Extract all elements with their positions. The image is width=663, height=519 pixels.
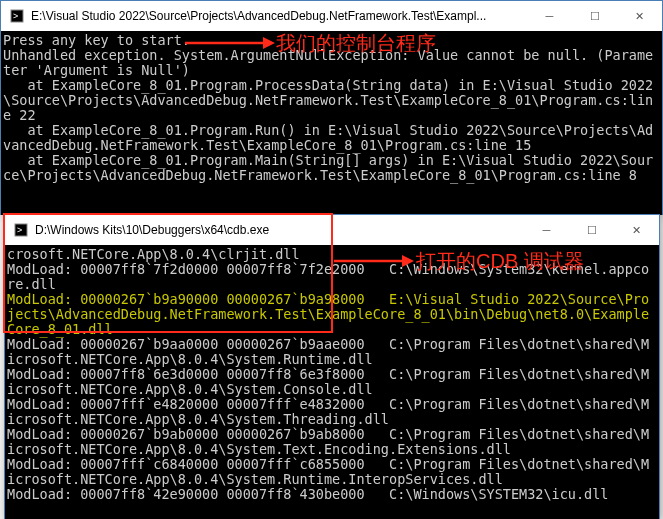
- console-line: ModLoad: 00000267`b9aa0000 00000267`b9aa…: [7, 336, 649, 367]
- svg-text:>: >: [17, 225, 22, 235]
- console-line: at ExampleCore_8_01.Program.Main(String[…: [3, 152, 653, 183]
- titlebar-1[interactable]: > E:\Visual Studio 2022\Source\Projects\…: [1, 1, 662, 31]
- maximize-button[interactable]: ☐: [572, 1, 617, 31]
- console-line: at ExampleCore_8_01.Program.ProcessData(…: [3, 77, 653, 123]
- console-line: ModLoad: 00007fff`e4820000 00007fff`e483…: [7, 396, 649, 427]
- console-line: ModLoad: 00000267`b9ab0000 00000267`b9ab…: [7, 426, 649, 457]
- window-controls-2: ─ ☐ ✕: [524, 215, 659, 245]
- title-text-1: E:\Visual Studio 2022\Source\Projects\Ad…: [31, 9, 527, 23]
- console-line: ModLoad: 00007ff8`42e90000 00007ff8`430b…: [7, 486, 608, 502]
- console-output-1[interactable]: Press any key to start. Unhandled except…: [1, 31, 662, 215]
- maximize-button[interactable]: ☐: [569, 215, 614, 245]
- console-line: Press any key to start.: [3, 32, 190, 48]
- window-controls-1: ─ ☐ ✕: [527, 1, 662, 31]
- console-line: ModLoad: 00007ff8`7f2d0000 00007ff8`7f2e…: [7, 261, 649, 292]
- titlebar-2[interactable]: > D:\Windows Kits\10\Debuggers\x64\cdb.e…: [5, 215, 659, 245]
- console-line: Unhandled exception. System.ArgumentNull…: [3, 47, 653, 78]
- console-line: ModLoad: 00007fff`c6840000 00007fff`c685…: [7, 456, 649, 487]
- console-line: ModLoad: 00007ff8`6e3d0000 00007ff8`6e3f…: [7, 366, 649, 397]
- console-output-2[interactable]: crosoft.NETCore.App\8.0.4\clrjit.dll Mod…: [5, 245, 659, 519]
- minimize-button[interactable]: ─: [527, 1, 572, 31]
- console-window-2: > D:\Windows Kits\10\Debuggers\x64\cdb.e…: [4, 214, 660, 519]
- console-line: at ExampleCore_8_01.Program.Run() in E:\…: [3, 122, 653, 153]
- console-line: ModLoad: 00000267`b9a90000 00000267`b9a9…: [7, 291, 649, 337]
- app-icon: >: [9, 8, 25, 24]
- console-window-1: > E:\Visual Studio 2022\Source\Projects\…: [0, 0, 663, 215]
- console-line: crosoft.NETCore.App\8.0.4\clrjit.dll: [7, 246, 300, 262]
- svg-text:>: >: [13, 11, 18, 21]
- close-button[interactable]: ✕: [614, 215, 659, 245]
- close-button[interactable]: ✕: [617, 1, 662, 31]
- minimize-button[interactable]: ─: [524, 215, 569, 245]
- app-icon: >: [13, 222, 29, 238]
- title-text-2: D:\Windows Kits\10\Debuggers\x64\cdb.exe: [35, 223, 524, 237]
